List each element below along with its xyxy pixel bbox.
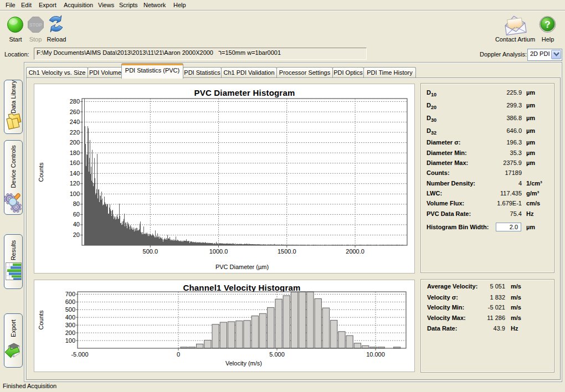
svg-text:60: 60 (73, 211, 80, 218)
svg-text:PVC Diameter (µm): PVC Diameter (µm) (215, 264, 269, 270)
svg-text:1000.0: 1000.0 (209, 248, 228, 255)
svg-text:100: 100 (70, 190, 80, 197)
svg-text:100: 100 (65, 337, 75, 344)
svg-text:?: ? (545, 19, 550, 30)
svg-text:120: 120 (70, 180, 80, 187)
svg-text:600: 600 (65, 298, 75, 305)
svg-text:STOP: STOP (29, 22, 42, 28)
svg-text:160: 160 (70, 159, 80, 166)
svg-text:Channel1 Velocity Histogram: Channel1 Velocity Histogram (183, 283, 300, 292)
svg-text:200: 200 (70, 139, 80, 146)
svg-text:240: 240 (70, 118, 80, 125)
svg-text:80: 80 (73, 200, 80, 207)
svg-text:20: 20 (73, 231, 80, 238)
svg-text:220: 220 (70, 129, 80, 136)
svg-text:-5.000: -5.000 (71, 351, 88, 358)
svg-text:500: 500 (65, 306, 75, 313)
svg-text:180: 180 (70, 149, 80, 156)
svg-text:PVC Diameter Histogram: PVC Diameter Histogram (194, 88, 295, 97)
svg-text:140: 140 (70, 170, 80, 177)
svg-text:260: 260 (70, 109, 80, 115)
svg-text:Velocity (m/s): Velocity (m/s) (225, 360, 262, 367)
svg-text:200: 200 (65, 329, 75, 336)
svg-text:1500.0: 1500.0 (278, 248, 296, 255)
svg-text:40: 40 (73, 221, 80, 228)
svg-text:500.0: 500.0 (143, 248, 158, 255)
svg-text:Counts: Counts (38, 162, 44, 182)
svg-text:5.000: 5.000 (269, 351, 285, 358)
svg-text:10.000: 10.000 (366, 351, 385, 358)
svg-text:400: 400 (65, 314, 75, 321)
svg-text:2000.0: 2000.0 (346, 248, 364, 255)
svg-text:Counts: Counts (38, 310, 44, 329)
svg-text:0: 0 (177, 351, 180, 358)
svg-text:700: 700 (65, 291, 75, 297)
svg-text:300: 300 (65, 322, 75, 328)
svg-text:280: 280 (70, 98, 80, 105)
